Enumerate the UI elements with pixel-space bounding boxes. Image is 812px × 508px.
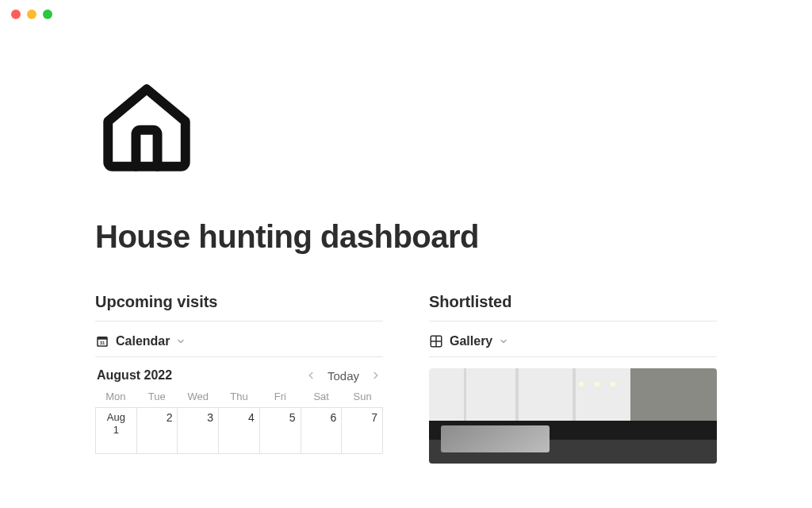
calendar-month-row: August 2022 Today	[95, 368, 383, 383]
upcoming-visits-heading[interactable]: Upcoming visits	[95, 293, 383, 321]
calendar-week-1: Aug 1 2 3 4 5 6 7	[95, 407, 383, 454]
page-icon-house[interactable]	[95, 76, 717, 179]
window-close-button[interactable]	[11, 10, 21, 19]
calendar-day-3[interactable]: 3	[178, 408, 219, 454]
view-switch-calendar[interactable]: 31 Calendar	[95, 334, 383, 357]
dow-sun: Sun	[342, 391, 383, 402]
shortlisted-section: Shortlisted Gallery	[429, 293, 717, 464]
chevron-down-icon	[176, 337, 186, 346]
svg-text:31: 31	[100, 341, 105, 345]
calendar-icon: 31	[95, 334, 109, 348]
page-title[interactable]: House hunting dashboard	[95, 219, 717, 255]
calendar-prev-button[interactable]	[305, 370, 316, 381]
dow-mon: Mon	[95, 391, 136, 402]
upcoming-visits-section: Upcoming visits 31 Calendar August 2022 …	[95, 293, 383, 464]
calendar-day-aug-1[interactable]: Aug 1	[96, 408, 137, 454]
shortlist-card-image	[429, 368, 717, 464]
calendar-today-button[interactable]: Today	[327, 369, 359, 383]
dow-sat: Sat	[301, 391, 342, 402]
calendar-day-6[interactable]: 6	[301, 408, 343, 454]
shortlisted-heading[interactable]: Shortlisted	[429, 293, 717, 321]
calendar-day-4[interactable]: 4	[219, 408, 260, 454]
dow-tue: Tue	[136, 391, 178, 402]
window-zoom-button[interactable]	[43, 10, 52, 19]
gallery-icon	[429, 334, 443, 348]
view-switch-gallery[interactable]: Gallery	[429, 334, 717, 357]
calendar-day-7[interactable]: 7	[342, 408, 383, 454]
calendar-day-5[interactable]: 5	[260, 408, 301, 454]
calendar-next-button[interactable]	[370, 370, 381, 381]
calendar-day-number: 1	[96, 424, 136, 437]
calendar-nav: Today	[305, 369, 381, 383]
window-chrome	[0, 0, 812, 29]
view-switch-label: Gallery	[450, 334, 492, 348]
chevron-down-icon	[499, 337, 508, 346]
window-minimize-button[interactable]	[27, 10, 36, 19]
shortlist-card-1[interactable]	[429, 368, 717, 464]
view-switch-label: Calendar	[116, 334, 170, 348]
calendar-day-month-label: Aug	[96, 411, 136, 424]
dow-thu: Thu	[219, 391, 260, 402]
calendar-month-label[interactable]: August 2022	[97, 368, 172, 383]
page-content: House hunting dashboard Upcoming visits …	[0, 29, 812, 464]
calendar-dow-row: Mon Tue Wed Thu Fri Sat Sun	[95, 391, 383, 402]
calendar-day-2[interactable]: 2	[137, 408, 178, 454]
dow-fri: Fri	[259, 391, 301, 402]
dow-wed: Wed	[178, 391, 219, 402]
